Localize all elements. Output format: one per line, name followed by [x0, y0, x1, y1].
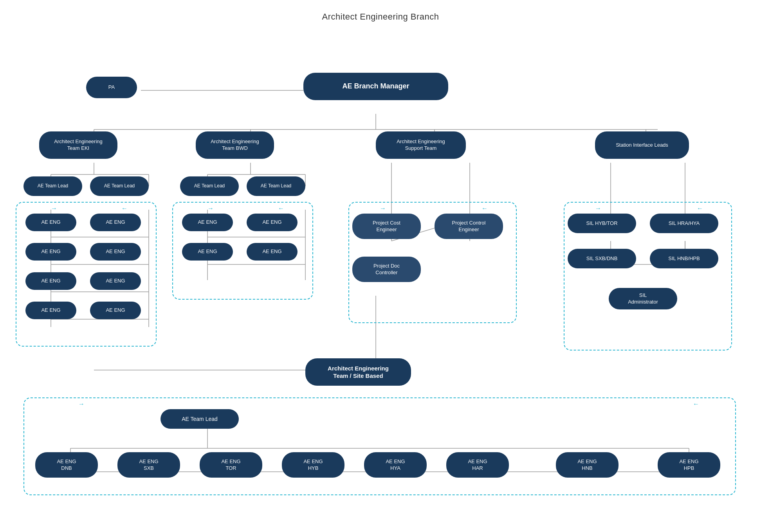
sil-arrow-left: ← [697, 205, 703, 212]
sil-admin-node: SIL Administrator [609, 288, 677, 309]
eki-arrow-left: ← [121, 205, 128, 212]
ae-eng-eki-r2c2: AE ENG [90, 243, 141, 261]
ae-eng-eki-r1c1: AE ENG [25, 214, 76, 231]
ae-eng-eki-r3c1: AE ENG [25, 272, 76, 290]
ae-eng-hya-node: AE ENG HYA [364, 452, 427, 478]
bwd-arrow-left: ← [278, 205, 284, 212]
ae-team-site-node: Architect Engineering Team / Site Based [305, 358, 411, 386]
ae-eng-bwd-r2c2: AE ENG [247, 243, 298, 261]
eki-arrow-right: → [51, 205, 57, 212]
bwd-arrow-right: → [207, 205, 214, 212]
ae-eng-eki-r1c2: AE ENG [90, 214, 141, 231]
ae-branch-manager-node: AE Branch Manager [303, 73, 448, 100]
ae-eng-bwd-r1c2: AE ENG [247, 214, 298, 231]
ae-eng-hnb-node: AE ENG HNB [556, 452, 619, 478]
project-cost-eng-node: Project Cost Engineer [352, 214, 421, 239]
site-arrow-right: → [78, 401, 85, 408]
ae-eng-sxb-node: AE ENG SXB [117, 452, 180, 478]
page-title: Architect Engineering Branch [0, 0, 761, 30]
pa-node: PA [86, 77, 137, 98]
sil-hnb-hpb-node: SIL HNB/HPB [650, 249, 718, 268]
ae-team-bwd-node: Architect Engineering Team BWD [196, 131, 274, 159]
site-arrow-left: ← [693, 401, 699, 408]
ae-eng-bwd-r1c1: AE ENG [182, 214, 233, 231]
ae-eng-tor-node: AE ENG TOR [200, 452, 262, 478]
ae-eng-hpb-node: AE ENG HPB [658, 452, 720, 478]
site-dashed-box [23, 397, 736, 495]
station-interface-node: Station Interface Leads [595, 131, 689, 159]
ae-eng-eki-r2c1: AE ENG [25, 243, 76, 261]
ae-eng-eki-r3c2: AE ENG [90, 272, 141, 290]
project-control-eng-node: Project Control Engineer [435, 214, 503, 239]
ae-eng-hyb-node: AE ENG HYB [282, 452, 344, 478]
ae-eng-har-node: AE ENG HAR [446, 452, 509, 478]
ae-team-lead-eki1-node: AE Team Lead [23, 176, 82, 196]
sil-hyb-tor-node: SIL HYB/TOR [568, 214, 636, 233]
sil-sxb-dnb-node: SIL SXB/DNB [568, 249, 636, 268]
ae-support-team-node: Architect Engineering Support Team [376, 131, 466, 159]
ae-team-lead-site-node: AE Team Lead [160, 409, 239, 429]
ae-team-eki-node: Architect Engineering Team EKI [39, 131, 117, 159]
ae-eng-bwd-r2c1: AE ENG [182, 243, 233, 261]
ae-eng-dnb-node: AE ENG DNB [35, 452, 98, 478]
project-doc-node: Project Doc Controller [352, 257, 421, 282]
ae-team-lead-eki2-node: AE Team Lead [90, 176, 149, 196]
support-arrow-left: ← [481, 205, 488, 212]
ae-team-lead-bwd1-node: AE Team Lead [180, 176, 239, 196]
ae-team-lead-bwd2-node: AE Team Lead [247, 176, 305, 196]
ae-eng-eki-r4c2: AE ENG [90, 302, 141, 319]
support-arrow-right: → [380, 205, 386, 212]
sil-hra-hya-node: SIL HRA/HYA [650, 214, 718, 233]
sil-arrow-right: → [595, 205, 601, 212]
org-chart: PA AE Branch Manager Architect Engineeri… [0, 30, 761, 532]
ae-eng-eki-r4c1: AE ENG [25, 302, 76, 319]
